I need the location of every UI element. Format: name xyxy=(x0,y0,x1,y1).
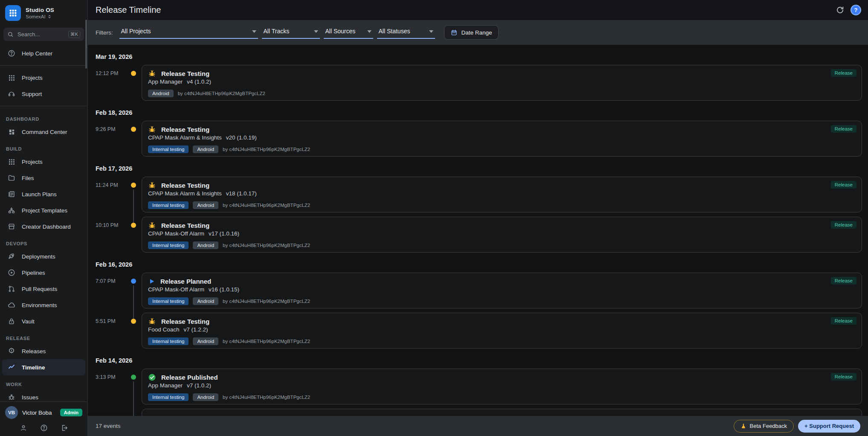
sidebar-item-issues[interactable]: Issues xyxy=(2,389,85,401)
event-dot-column xyxy=(125,313,142,349)
timeline-event-row: 3:13 PMReleaseRelease PublishedApp Manag… xyxy=(96,369,862,404)
sidebar-item-label: Deployments xyxy=(22,253,55,260)
profile-icon[interactable] xyxy=(20,424,27,432)
sidebar-item-environments[interactable]: Environments xyxy=(2,297,85,313)
event-meta: Internal testingAndroidby c4tNJ4uH8ETHp9… xyxy=(148,337,856,346)
group-date: Feb 17, 2026 xyxy=(96,165,862,173)
nav-section-label: WORK xyxy=(0,375,87,389)
rocket-icon xyxy=(8,253,15,260)
org-name: SomexAI xyxy=(26,14,46,19)
search-icon xyxy=(7,31,14,38)
sidebar-item-project-templates[interactable]: Project Templates xyxy=(2,202,85,218)
timeline-event-row: 10:10 PMReleaseRelease TestingCPAP Mask-… xyxy=(96,217,862,253)
sidebar-item-projects[interactable]: Projects xyxy=(2,154,85,170)
sidebar-item-releases[interactable]: Releases xyxy=(2,343,85,359)
bug-icon xyxy=(8,393,15,401)
release-chip: Release xyxy=(831,221,856,229)
sidebar-item-launch-plans[interactable]: Launch Plans xyxy=(2,186,85,202)
sidebar-item-timeline[interactable]: Timeline xyxy=(2,359,85,375)
event-meta: Internal testingAndroidby c4tNJ4uH8ETHp9… xyxy=(148,296,856,306)
event-subtitle: CPAP Mask-Off Alarmv17 (1.0.16) xyxy=(148,230,856,239)
release-event-card[interactable]: ReleaseRelease TestingCPAP Mask Alarm & … xyxy=(142,177,862,212)
search-input[interactable]: Search... ⌘K xyxy=(3,28,84,41)
help-icon[interactable] xyxy=(40,424,48,432)
event-author: by c4tNJ4uH8ETHp96pK2MgBTPgcLZ2 xyxy=(223,203,310,208)
user-row[interactable]: VB Victor Boba Admin xyxy=(5,406,82,419)
event-subtitle: Food Coachv7 (1.2.2) xyxy=(148,326,856,335)
filter-dropdown-sources[interactable]: All Sources xyxy=(324,26,373,39)
app-version: v4 (1.0.2) xyxy=(187,78,211,85)
date-range-label: Date Range xyxy=(462,29,492,36)
sidebar-item-creator-dashboard[interactable]: Creator Dashboard xyxy=(2,218,85,235)
sidebar-item-projects[interactable]: Projects xyxy=(2,70,85,86)
bug-icon xyxy=(148,221,156,230)
sidebar-item-support[interactable]: Support xyxy=(2,86,85,102)
org-switcher[interactable]: SomexAI xyxy=(26,14,54,19)
sidebar-item-pull-requests[interactable]: Pull Requests xyxy=(2,281,85,297)
refresh-icon[interactable] xyxy=(835,5,845,15)
help-button[interactable]: ? xyxy=(851,5,861,15)
app-root: Studio OS SomexAI Search... ⌘K Help Cent… xyxy=(0,0,868,436)
release-event-card[interactable]: ReleaseRelease TestingCPAP Mask Alarm & … xyxy=(142,121,862,157)
nav-divider xyxy=(0,106,87,106)
event-meta: Internal testingAndroidby c4tNJ4uH8ETHp9… xyxy=(148,201,856,210)
event-title-row: Release Published xyxy=(148,372,856,382)
sidebar-item-pipelines[interactable]: Pipelines xyxy=(2,265,85,281)
group-date: Feb 16, 2026 xyxy=(96,261,862,269)
sidebar-item-label: Project Templates xyxy=(22,207,67,214)
date-range-button[interactable]: Date Range xyxy=(444,25,499,40)
event-title: Release Testing xyxy=(161,222,209,229)
filter-dropdown-tracks[interactable]: All Tracks xyxy=(262,26,320,39)
main-header: Release Timeline ? xyxy=(88,0,868,20)
badge-internal: Internal testing xyxy=(148,241,189,249)
check-circle-icon xyxy=(148,373,156,381)
release-event-card[interactable]: ReleaseRelease TestingApp Managerv4 (1.0… xyxy=(142,65,862,101)
event-dot-column xyxy=(125,217,142,253)
release-event-card[interactable]: ReleaseRelease TestingCPAP Mask-Off Alar… xyxy=(142,217,862,253)
schema-icon xyxy=(8,206,15,214)
sidebar-item-label: Pipelines xyxy=(22,270,45,276)
sidebar-item-deployments[interactable]: Deployments xyxy=(2,248,85,265)
sidebar-item-vault[interactable]: Vault xyxy=(2,313,85,329)
event-dot-column xyxy=(125,409,142,416)
support-request-button[interactable]: + Support Request xyxy=(798,420,860,433)
storefront-icon xyxy=(8,223,15,230)
event-time: 7:07 PM xyxy=(96,273,125,308)
grid-icon xyxy=(8,74,15,81)
badge-android: Android xyxy=(193,201,218,209)
sidebar-scrollbar[interactable] xyxy=(85,20,87,69)
release-chip: Release xyxy=(831,125,856,133)
event-dot xyxy=(131,127,136,132)
release-event-card[interactable]: ReleaseRelease TestingFood Coachv7 (1.2.… xyxy=(142,313,862,349)
chevron-down-icon xyxy=(314,30,318,33)
timeline-group: Feb 17, 202611:24 PMReleaseRelease Testi… xyxy=(96,165,862,253)
event-title-row: Release Testing xyxy=(148,221,856,230)
sidebar-item-label: Support xyxy=(22,91,42,97)
event-title-row: Release Testing xyxy=(148,180,856,190)
sidebar-item-label: Pull Requests xyxy=(22,286,57,292)
beta-feedback-button[interactable]: Beta Feedback xyxy=(734,420,794,433)
sidebar-item-command-center[interactable]: Command Center xyxy=(2,124,85,140)
event-author: by c4tNJ4uH8ETHp96pK2MgBTPgcLZ2 xyxy=(223,339,310,344)
avatar: VB xyxy=(5,406,18,419)
release-event-card[interactable] xyxy=(142,409,862,416)
new-releases-icon xyxy=(8,347,15,355)
release-event-card[interactable]: ReleaseRelease PlannedCPAP Mask-Off Alar… xyxy=(142,273,862,308)
sidebar-item-label: Help Center xyxy=(22,50,52,57)
timeline-group: Mar 19, 202612:12 PMReleaseRelease Testi… xyxy=(96,53,862,101)
release-event-card[interactable]: ReleaseRelease PublishedApp Managerv7 (1… xyxy=(142,369,862,404)
filters-bar: Filters: All ProjectsAll TracksAll Sourc… xyxy=(88,20,868,45)
app-logo-icon[interactable] xyxy=(5,5,21,21)
nav-section-label: BUILD xyxy=(0,140,87,154)
event-subtitle: App Managerv7 (1.0.2) xyxy=(148,382,856,391)
filter-value: All Projects xyxy=(121,28,151,35)
filter-dropdown-projects[interactable]: All Projects xyxy=(119,26,258,39)
sidebar-item-files[interactable]: Files xyxy=(2,170,85,186)
sidebar-item-help-center[interactable]: Help Center xyxy=(2,45,85,61)
filter-dropdown-statuses[interactable]: All Statuses xyxy=(377,26,435,39)
logout-icon[interactable] xyxy=(61,424,68,432)
event-meta: Internal testingAndroidby c4tNJ4uH8ETHp9… xyxy=(148,392,856,402)
app-name: CPAP Mask-Off Alarm xyxy=(148,286,204,293)
event-subtitle: App Managerv4 (1.0.2) xyxy=(148,78,856,87)
admin-badge: Admin xyxy=(60,409,82,416)
